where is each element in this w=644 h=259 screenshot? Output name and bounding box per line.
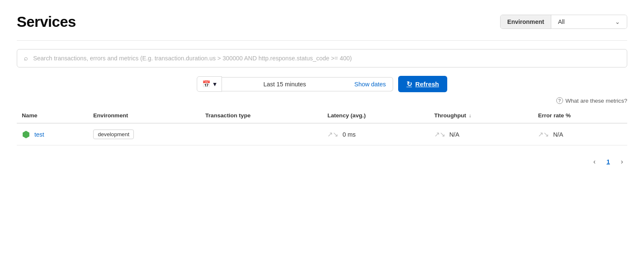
page-title: Services	[17, 13, 76, 30]
col-header-transaction-type: Transaction type	[200, 109, 322, 123]
table-row: test development ↗↘ 0 ms ↗↘	[17, 123, 627, 145]
metrics-help-link[interactable]: What are these metrics?	[566, 98, 627, 104]
metrics-help-row: ? What are these metrics?	[17, 97, 627, 104]
header-divider	[17, 40, 627, 41]
error-rate-chart-icon: ↗↘	[538, 130, 549, 138]
show-dates-button[interactable]: Show dates	[348, 77, 393, 91]
services-table: Name Environment Transaction type Latenc…	[17, 109, 627, 145]
calendar-icon: 📅	[202, 80, 211, 88]
pagination-prev-button[interactable]: ‹	[589, 155, 600, 168]
service-name-link[interactable]: test	[34, 131, 44, 138]
environment-selector[interactable]: Environment All ⌄	[500, 15, 627, 29]
col-header-error-rate: Error rate %	[533, 109, 627, 123]
col-header-latency: Latency (avg.)	[322, 109, 429, 123]
search-icon: ⌕	[24, 54, 28, 62]
col-header-throughput[interactable]: Throughput ↓	[429, 109, 533, 123]
col-header-name: Name	[17, 109, 88, 123]
service-environment-cell: development	[88, 123, 200, 145]
time-range-label: Last 15 minutes	[222, 77, 348, 91]
help-icon: ?	[556, 97, 563, 104]
chevron-down-icon: ⌄	[615, 18, 620, 25]
service-throughput-cell: ↗↘ N/A	[429, 123, 533, 145]
pagination-next-button[interactable]: ›	[617, 155, 627, 168]
chevron-down-icon: ▾	[213, 80, 216, 88]
time-picker-toggle[interactable]: 📅 ▾	[197, 76, 222, 92]
service-latency-cell: ↗↘ 0 ms	[322, 123, 429, 145]
service-transaction-type-cell	[200, 123, 322, 145]
refresh-icon: ↻	[407, 80, 412, 88]
pagination-page-1[interactable]: 1	[602, 156, 615, 168]
col-header-environment: Environment	[88, 109, 200, 123]
time-range-control[interactable]: 📅 ▾ Last 15 minutes Show dates	[197, 76, 393, 92]
latency-chart-icon: ↗↘	[327, 130, 338, 138]
throughput-value: N/A	[449, 131, 459, 138]
service-error-rate-cell: ↗↘ N/A	[533, 123, 627, 145]
pagination: ‹ 1 ›	[17, 155, 627, 168]
sort-descending-icon: ↓	[469, 113, 471, 119]
svg-marker-0	[23, 131, 29, 138]
error-rate-value: N/A	[553, 131, 563, 138]
service-name-cell[interactable]: test	[17, 123, 88, 145]
environment-label: Environment	[501, 15, 551, 28]
environment-dropdown[interactable]: All ⌄	[551, 15, 627, 28]
refresh-button-label: Refresh	[415, 80, 439, 88]
refresh-button[interactable]: ↻ Refresh	[398, 76, 448, 92]
environment-badge: development	[93, 130, 134, 139]
throughput-chart-icon: ↗↘	[434, 130, 445, 138]
latency-value: 0 ms	[342, 131, 355, 138]
environment-selected-value: All	[558, 18, 565, 25]
service-icon	[22, 130, 30, 139]
search-bar[interactable]: ⌕ Search transactions, errors and metric…	[17, 49, 627, 67]
search-placeholder-text: Search transactions, errors and metrics …	[33, 55, 352, 62]
